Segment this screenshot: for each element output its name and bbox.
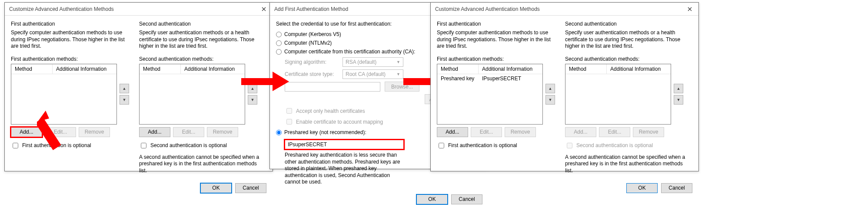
dialog-customize-auth-1: Customize Advanced Authentication Method…: [4, 2, 273, 171]
titlebar[interactable]: Customize Advanced Authentication Method…: [5, 3, 273, 16]
move-up-button-2[interactable]: ▲: [248, 84, 257, 93]
col-method[interactable]: Method: [11, 64, 53, 74]
radio-psk[interactable]: [276, 130, 282, 135]
enable-map-checkbox: [286, 119, 292, 125]
second-auth-optional-label: Second authentication is optional: [150, 142, 227, 148]
edit-button: Edit...: [45, 127, 76, 137]
move-down-button-3[interactable]: ▼: [545, 95, 555, 105]
radio-ntlm-label: Computer (NTLMv2): [284, 40, 332, 46]
second-auth-list[interactable]: Method Additional Information: [139, 64, 245, 125]
move-down-button[interactable]: ▼: [120, 95, 129, 105]
first-auth-desc-3: Specify computer authentication methods …: [437, 30, 557, 50]
table-row[interactable]: Preshared key IPsuperSECRET: [437, 74, 542, 83]
store-value: Root CA (default): [346, 71, 386, 77]
titlebar-3[interactable]: Customize Advanced Authentication Method…: [431, 3, 698, 16]
radio-kerberos[interactable]: [276, 32, 282, 37]
radio-kerberos-label: Computer (Kerberos V5): [284, 31, 341, 37]
ok-button[interactable]: OK: [200, 183, 232, 193]
add-button-2[interactable]: Add...: [139, 127, 170, 137]
accept-health-checkbox: [286, 108, 292, 114]
second-auth-optional-label-3: Second authentication is optional: [576, 142, 653, 148]
signing-value: RSA (default): [346, 59, 376, 65]
col-additional-info-2[interactable]: Additional Information: [181, 64, 245, 74]
signing-combobox[interactable]: RSA (default) ▼: [343, 57, 403, 67]
store-label: Certificate store type:: [285, 71, 339, 77]
dialog-title: Customize Advanced Authentication Method…: [9, 6, 114, 12]
signing-label: Signing algorithm:: [285, 59, 339, 65]
first-auth-section: First authentication Specify computer au…: [11, 21, 131, 174]
dialog-title-3: Customize Advanced Authentication Method…: [435, 6, 540, 12]
second-methods-label: Second authentication methods:: [139, 56, 259, 62]
cancel-button[interactable]: Cancel: [235, 183, 266, 193]
second-methods-label-3: Second authentication methods:: [565, 56, 685, 62]
radio-cert[interactable]: [276, 49, 282, 55]
edit-button-2: Edit...: [173, 127, 204, 137]
move-down-button-2[interactable]: ▼: [248, 95, 257, 105]
second-auth-optional-checkbox-3: [567, 143, 572, 148]
section-title-second: Second authentication: [139, 21, 259, 27]
section-title-second-3: Second authentication: [565, 21, 685, 27]
accept-health-label: Accept only health certificates: [296, 108, 365, 114]
list-header: Method Additional Information: [11, 64, 116, 74]
first-auth-list-3[interactable]: Method Additional Information Preshared …: [437, 64, 543, 125]
second-auth-desc: Specify user authentication methods or a…: [139, 30, 259, 50]
second-auth-note: A second authentication cannot be specif…: [139, 154, 259, 174]
first-auth-list[interactable]: Method Additional Information: [11, 64, 117, 125]
move-down-button-4[interactable]: ▼: [674, 95, 683, 105]
dialog-title-2: Add First Authentication Method: [274, 6, 348, 12]
remove-button-3: Remove: [505, 127, 536, 137]
browse-button: Browse...: [385, 82, 419, 92]
second-auth-desc-3: Specify user authentication methods or a…: [565, 30, 685, 50]
remove-button-2: Remove: [207, 127, 238, 137]
second-auth-optional-checkbox[interactable]: [141, 143, 146, 148]
second-auth-section-3: Second authentication Specify user authe…: [565, 21, 685, 174]
edit-button-4: Edit...: [599, 127, 630, 137]
first-auth-optional-label: First authentication is optional: [22, 142, 91, 148]
remove-button-4: Remove: [633, 127, 664, 137]
radio-cert-label: Computer certificate from this certifica…: [284, 49, 415, 55]
first-methods-label: First authentication methods:: [11, 56, 131, 62]
second-auth-section: Second authentication Specify user authe…: [139, 21, 259, 174]
psk-desc: Preshared key authentication is less sec…: [285, 152, 406, 186]
radio-psk-label: Preshared key (not recommended):: [284, 129, 366, 135]
cancel-button-3[interactable]: Cancel: [661, 183, 692, 193]
row-method: Preshared key: [437, 74, 479, 83]
col-additional-info-4[interactable]: Additional Information: [607, 64, 671, 74]
ca-path-input: [285, 82, 380, 92]
col-method-2[interactable]: Method: [140, 64, 181, 74]
col-additional-info[interactable]: Additional Information: [53, 64, 116, 74]
section-title-first: First authentication: [11, 21, 131, 27]
add-button-4: Add...: [565, 127, 596, 137]
second-auth-note-3: A second authentication cannot be specif…: [565, 154, 685, 174]
store-combobox[interactable]: Root CA (default) ▼: [343, 69, 403, 79]
close-icon-3[interactable]: [681, 3, 698, 15]
first-auth-desc: Specify computer authentication methods …: [11, 30, 131, 50]
first-methods-label-3: First authentication methods:: [437, 56, 557, 62]
add-button[interactable]: Add...: [11, 127, 42, 137]
ok-button-3[interactable]: OK: [626, 183, 658, 193]
second-auth-list-3[interactable]: Method Additional Information: [565, 64, 671, 125]
move-up-button-3[interactable]: ▲: [545, 84, 555, 93]
first-auth-optional-checkbox[interactable]: [13, 143, 18, 148]
chevron-down-icon: ▼: [396, 60, 400, 64]
dialog-customize-auth-2: Customize Advanced Authentication Method…: [430, 2, 699, 171]
psk-input[interactable]: [285, 140, 404, 149]
move-up-button-4[interactable]: ▲: [674, 84, 683, 93]
remove-button: Remove: [79, 127, 110, 137]
chevron-down-icon-2: ▼: [396, 72, 400, 76]
enable-map-label: Enable certificate to account mapping: [296, 119, 383, 125]
edit-button-3: Edit...: [471, 127, 502, 137]
move-up-button[interactable]: ▲: [120, 84, 129, 93]
list-header-2: Method Additional Information: [140, 64, 245, 74]
first-auth-section-3: First authentication Specify computer au…: [437, 21, 557, 174]
add-button-3[interactable]: Add...: [437, 127, 468, 137]
radio-ntlm[interactable]: [276, 40, 282, 46]
col-method-4[interactable]: Method: [565, 64, 607, 74]
section-title-first-3: First authentication: [437, 21, 557, 27]
first-auth-optional-checkbox-3[interactable]: [439, 143, 444, 148]
col-additional-info-3[interactable]: Additional Information: [479, 64, 542, 74]
first-auth-optional-label-3: First authentication is optional: [448, 142, 517, 148]
col-method-3[interactable]: Method: [437, 64, 479, 74]
row-info: IPsuperSECRET: [479, 74, 542, 83]
